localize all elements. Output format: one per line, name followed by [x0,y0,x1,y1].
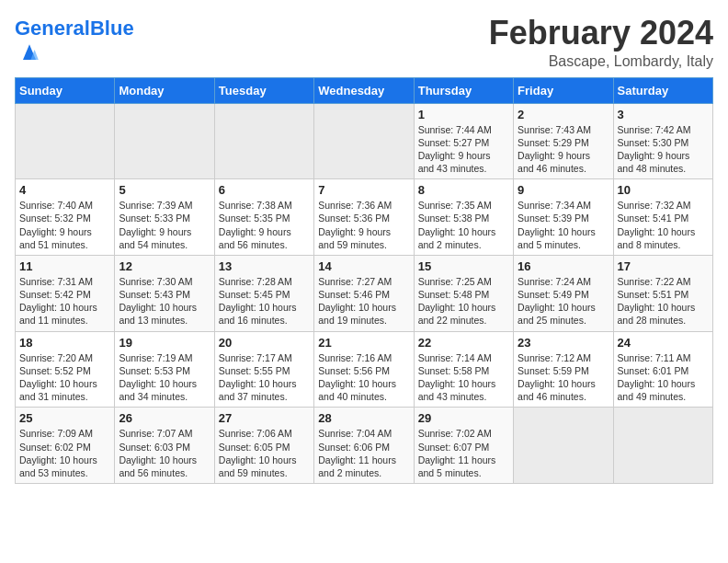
day-number: 9 [518,183,609,197]
page-header: GeneralBlue February 2024 Bascape, Lomba… [15,15,713,70]
day-number: 29 [418,411,509,425]
logo-general: General [15,17,90,40]
day-info: Sunrise: 7:35 AM Sunset: 5:38 PM Dayligh… [418,199,509,251]
calendar-cell [514,408,613,484]
day-info: Sunrise: 7:16 AM Sunset: 5:56 PM Dayligh… [318,351,409,404]
day-number: 3 [618,108,709,121]
calendar-cell: 17Sunrise: 7:22 AM Sunset: 5:51 PM Dayli… [613,255,712,331]
day-info: Sunrise: 7:38 AM Sunset: 5:35 PM Dayligh… [219,199,310,251]
day-number: 11 [19,259,110,273]
main-title: February 2024 [489,15,713,52]
day-number: 16 [518,259,609,273]
calendar-cell: 8Sunrise: 7:35 AM Sunset: 5:38 PM Daylig… [414,179,513,256]
weekday-header-saturday: Saturday [613,77,712,103]
day-number: 21 [318,336,409,350]
day-number: 26 [119,411,210,425]
calendar-table: SundayMondayTuesdayWednesdayThursdayFrid… [15,77,713,484]
calendar-cell: 29Sunrise: 7:02 AM Sunset: 6:07 PM Dayli… [414,408,513,484]
calendar-cell: 7Sunrise: 7:36 AM Sunset: 5:36 PM Daylig… [314,179,414,256]
day-info: Sunrise: 7:30 AM Sunset: 5:43 PM Dayligh… [119,275,210,327]
calendar-cell: 1Sunrise: 7:44 AM Sunset: 5:27 PM Daylig… [414,103,513,179]
calendar-cell [613,408,712,484]
weekday-header-monday: Monday [115,77,214,103]
calendar-cell [115,103,214,179]
title-block: February 2024 Bascape, Lombardy, Italy [489,15,713,70]
calendar-cell [16,103,115,179]
day-info: Sunrise: 7:28 AM Sunset: 5:45 PM Dayligh… [219,275,310,327]
weekday-header-tuesday: Tuesday [214,77,313,103]
day-number: 27 [219,411,310,425]
calendar-cell: 12Sunrise: 7:30 AM Sunset: 5:43 PM Dayli… [115,255,214,331]
day-info: Sunrise: 7:07 AM Sunset: 6:03 PM Dayligh… [119,427,210,479]
calendar-cell: 6Sunrise: 7:38 AM Sunset: 5:35 PM Daylig… [214,179,313,256]
calendar-cell: 26Sunrise: 7:07 AM Sunset: 6:03 PM Dayli… [115,408,214,484]
calendar-cell: 3Sunrise: 7:42 AM Sunset: 5:30 PM Daylig… [613,103,712,179]
day-info: Sunrise: 7:40 AM Sunset: 5:32 PM Dayligh… [19,199,110,251]
calendar-cell: 20Sunrise: 7:17 AM Sunset: 5:55 PM Dayli… [214,331,313,408]
day-info: Sunrise: 7:19 AM Sunset: 5:53 PM Dayligh… [119,351,210,404]
calendar-cell: 25Sunrise: 7:09 AM Sunset: 6:02 PM Dayli… [16,408,115,484]
day-number: 18 [19,336,110,350]
weekday-header-sunday: Sunday [16,77,115,103]
calendar-week-row: 11Sunrise: 7:31 AM Sunset: 5:42 PM Dayli… [16,255,713,331]
logo: GeneralBlue [15,18,134,68]
calendar-cell: 5Sunrise: 7:39 AM Sunset: 5:33 PM Daylig… [115,179,214,256]
day-number: 7 [318,183,409,197]
day-info: Sunrise: 7:22 AM Sunset: 5:51 PM Dayligh… [618,275,709,327]
day-number: 20 [219,336,310,350]
logo-blue: Blue [90,17,134,40]
day-number: 24 [618,336,709,350]
calendar-cell: 23Sunrise: 7:12 AM Sunset: 5:59 PM Dayli… [514,331,613,408]
calendar-cell: 19Sunrise: 7:19 AM Sunset: 5:53 PM Dayli… [115,331,214,408]
day-number: 22 [418,336,509,350]
calendar-cell: 14Sunrise: 7:27 AM Sunset: 5:46 PM Dayli… [314,255,414,331]
day-info: Sunrise: 7:44 AM Sunset: 5:27 PM Dayligh… [418,123,509,176]
calendar-cell: 21Sunrise: 7:16 AM Sunset: 5:56 PM Dayli… [314,331,414,408]
day-info: Sunrise: 7:25 AM Sunset: 5:48 PM Dayligh… [418,275,509,327]
calendar-cell: 22Sunrise: 7:14 AM Sunset: 5:58 PM Dayli… [414,331,513,408]
calendar-cell [214,103,313,179]
calendar-cell: 18Sunrise: 7:20 AM Sunset: 5:52 PM Dayli… [16,331,115,408]
day-number: 1 [418,108,509,121]
day-number: 15 [418,259,509,273]
day-info: Sunrise: 7:20 AM Sunset: 5:52 PM Dayligh… [19,351,110,404]
day-info: Sunrise: 7:06 AM Sunset: 6:05 PM Dayligh… [219,427,310,479]
calendar-cell: 28Sunrise: 7:04 AM Sunset: 6:06 PM Dayli… [314,408,414,484]
calendar-cell: 9Sunrise: 7:34 AM Sunset: 5:39 PM Daylig… [514,179,613,256]
calendar-cell: 24Sunrise: 7:11 AM Sunset: 6:01 PM Dayli… [613,331,712,408]
calendar-week-row: 25Sunrise: 7:09 AM Sunset: 6:02 PM Dayli… [16,408,713,484]
weekday-header-thursday: Thursday [414,77,513,103]
subtitle: Bascape, Lombardy, Italy [489,53,713,70]
day-info: Sunrise: 7:09 AM Sunset: 6:02 PM Dayligh… [19,427,110,479]
day-number: 28 [318,411,409,425]
day-number: 4 [19,183,110,197]
logo-icon [17,39,42,64]
day-info: Sunrise: 7:32 AM Sunset: 5:41 PM Dayligh… [618,199,709,251]
day-number: 13 [219,259,310,273]
calendar-cell: 13Sunrise: 7:28 AM Sunset: 5:45 PM Dayli… [214,255,313,331]
day-number: 17 [618,259,709,273]
day-info: Sunrise: 7:02 AM Sunset: 6:07 PM Dayligh… [418,427,509,479]
day-number: 10 [618,183,709,197]
day-info: Sunrise: 7:17 AM Sunset: 5:55 PM Dayligh… [219,351,310,404]
day-info: Sunrise: 7:24 AM Sunset: 5:49 PM Dayligh… [518,275,609,327]
calendar-cell: 15Sunrise: 7:25 AM Sunset: 5:48 PM Dayli… [414,255,513,331]
day-number: 19 [119,336,210,350]
calendar-cell: 16Sunrise: 7:24 AM Sunset: 5:49 PM Dayli… [514,255,613,331]
day-info: Sunrise: 7:43 AM Sunset: 5:29 PM Dayligh… [518,123,609,176]
calendar-cell: 11Sunrise: 7:31 AM Sunset: 5:42 PM Dayli… [16,255,115,331]
day-info: Sunrise: 7:11 AM Sunset: 6:01 PM Dayligh… [618,351,709,404]
day-info: Sunrise: 7:39 AM Sunset: 5:33 PM Dayligh… [119,199,210,251]
logo-text: GeneralBlue [15,18,134,39]
day-number: 5 [119,183,210,197]
day-number: 14 [318,259,409,273]
day-number: 12 [119,259,210,273]
day-info: Sunrise: 7:04 AM Sunset: 6:06 PM Dayligh… [318,427,409,479]
day-info: Sunrise: 7:42 AM Sunset: 5:30 PM Dayligh… [618,123,709,176]
calendar-cell: 4Sunrise: 7:40 AM Sunset: 5:32 PM Daylig… [16,179,115,256]
day-number: 8 [418,183,509,197]
weekday-header-row: SundayMondayTuesdayWednesdayThursdayFrid… [16,77,713,103]
day-number: 6 [219,183,310,197]
calendar-cell [314,103,414,179]
calendar-week-row: 18Sunrise: 7:20 AM Sunset: 5:52 PM Dayli… [16,331,713,408]
